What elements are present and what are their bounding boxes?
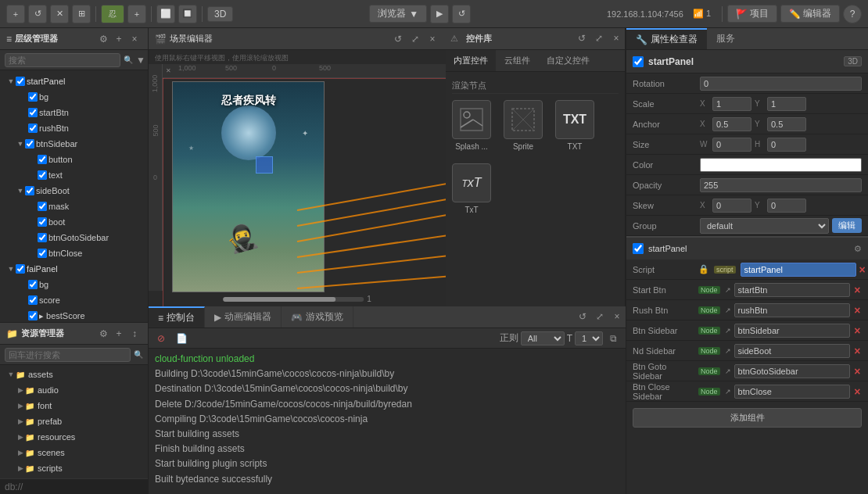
arrow-faiPanel[interactable]: ▼ [6,264,16,274]
controls-expand-btn[interactable]: ⤢ [592,31,606,45]
console-expand-btn[interactable]: ⤢ [593,310,607,324]
delete-btn-5[interactable]: × [853,385,862,398]
assets-settings-btn[interactable]: ⚙ [96,327,110,341]
delete-btn-1[interactable]: × [853,304,862,317]
asset-item-assets[interactable]: ▼ 📁 assets [0,367,148,382]
tab-custom[interactable]: 自定义控件 [539,50,598,71]
scene-expand-btn[interactable]: ⤢ [408,32,422,46]
component-gear-icon[interactable]: ⚙ [854,244,862,254]
tab-cloud[interactable]: 云组件 [497,50,539,71]
assets-search-input[interactable] [5,348,131,362]
check-bg[interactable] [28,92,38,102]
tab-animation[interactable]: ▶ 动画编辑器 [205,306,282,328]
render-node-itxt[interactable]: TxT TxT [452,163,491,214]
asset-item-scripts[interactable]: ▶ 📁 scripts [0,460,148,476]
binding-input-sideBoot[interactable] [734,344,850,358]
check-faiPanel[interactable] [16,264,25,274]
game-btn[interactable]: 忍 [101,5,124,23]
binding-input-rushBtn[interactable] [734,303,850,317]
tree-item-button[interactable]: button [0,152,148,167]
assets-add-btn[interactable]: + [112,327,126,341]
scene-progress-track[interactable] [223,297,364,302]
game-preview[interactable]: 忍者疾风转 🥷 ✦ ★ [172,81,325,292]
asset-item-font[interactable]: ▶ 📁 font [0,398,148,413]
tab-console[interactable]: ≡ 控制台 [149,306,205,328]
binding-input-btnGoto[interactable] [734,364,850,378]
console-content[interactable]: cloud-function unloaded Building D:\3cod… [149,349,626,494]
asset-item-audio[interactable]: ▶ 📁 audio [0,382,148,398]
editor-btn[interactable]: ✏️ 编辑器 [780,5,840,23]
tree-item-boot[interactable]: boot [0,214,148,230]
size-h-input[interactable] [767,138,806,152]
hierarchy-add-btn[interactable]: + [112,32,126,46]
render-node-splash[interactable]: Splash ... [452,100,491,151]
size-w-input[interactable] [712,138,751,152]
check-bestScore[interactable] [28,311,38,320]
check-fbg[interactable] [28,280,38,289]
filter-btn[interactable]: ▼ [136,53,145,67]
level-filter[interactable]: All Error Warn Info [521,331,565,345]
anchor-x-input[interactable] [712,117,751,131]
tree-item-score[interactable]: score [0,292,148,308]
script-delete-btn[interactable]: × [859,263,866,276]
arrow-btnSidebar[interactable]: ▼ [16,139,25,149]
asset-item-resources[interactable]: ▶ 📁 resources [0,429,148,445]
scale-y-input[interactable] [767,97,806,111]
arrow-startPanel[interactable]: ▼ [6,77,16,86]
hierarchy-collapse-btn[interactable]: × [127,32,142,46]
browser-btn[interactable]: 浏览器 ▼ [369,5,427,23]
refresh-btn[interactable]: ↺ [28,5,47,23]
tree-item-btnSidebar[interactable]: ▼ btnSidebar [0,136,148,152]
check-score[interactable] [28,295,38,305]
reload-btn[interactable]: ↺ [452,5,471,23]
plus-btn2[interactable]: + [127,5,146,23]
binding-input-startBtn[interactable] [734,283,850,297]
tab-service[interactable]: 服务 [707,28,744,49]
tree-item-text[interactable]: text [0,167,148,183]
tree-item-fbg[interactable]: bg [0,277,148,292]
tree-item-rushBtn[interactable]: rushBtn [0,120,148,136]
tab-properties[interactable]: 🔧 属性检查器 [626,28,707,49]
threed-btn[interactable]: 3D [207,6,233,22]
script-input[interactable] [741,263,856,277]
add-btn[interactable]: + [6,5,25,23]
play-btn[interactable]: ▶ [430,5,449,23]
anchor-y-input[interactable] [767,117,806,131]
check-button[interactable] [38,155,47,164]
tree-item-mask[interactable]: mask [0,199,148,214]
node-enable-checkbox[interactable] [633,56,644,67]
scale-x-input[interactable] [712,97,751,111]
check-btnSidebar[interactable] [25,139,34,149]
view-btn[interactable]: 🔲 [178,5,197,23]
tree-item-bg[interactable]: bg [0,89,148,105]
delete-btn-2[interactable]: × [853,324,862,337]
delete-btn-3[interactable]: × [853,345,862,357]
rect-btn[interactable]: ⬜ [156,5,175,23]
tree-item-faiPanel[interactable]: ▼ faiPanel [0,261,148,277]
tree-item-startPanel[interactable]: ▼ startPanel [0,73,148,89]
close-btn[interactable]: ✕ [50,5,69,23]
scene-refresh-btn[interactable]: ↺ [391,32,405,46]
rotation-input[interactable] [700,77,862,91]
help-btn[interactable]: ? [843,5,862,23]
check-btnGoto[interactable] [38,233,47,242]
render-node-sprite[interactable]: Sprite [504,100,543,151]
tree-item-btnGotoSidebar[interactable]: btnGotoSidebar [0,230,148,245]
console-copy-btn[interactable]: ⧉ [605,331,621,346]
check-mask[interactable] [38,202,47,211]
layout-btn[interactable]: ⊞ [72,5,91,23]
scene-close-btn[interactable]: × [425,32,439,46]
tab-builtin[interactable]: 内置控件 [446,50,497,71]
tree-item-bestScore[interactable]: ▸ bestScore [0,308,148,322]
check-startBtn[interactable] [28,108,38,117]
asset-item-prefab[interactable]: ▶ 📁 prefab [0,413,148,429]
delete-btn-0[interactable]: × [853,284,862,296]
check-boot[interactable] [38,217,47,227]
component-header[interactable]: startPanel ⚙ [626,238,868,260]
tab-game-preview[interactable]: 🎮 游戏预览 [282,306,353,328]
console-clear-btn[interactable]: ⊘ [153,331,169,346]
console-refresh-btn[interactable]: ↺ [576,310,590,324]
tree-item-sideBoot[interactable]: ▼ sideBoot [0,183,148,199]
check-sideBoot[interactable] [25,186,34,195]
component-enable-checkbox[interactable] [633,243,644,254]
